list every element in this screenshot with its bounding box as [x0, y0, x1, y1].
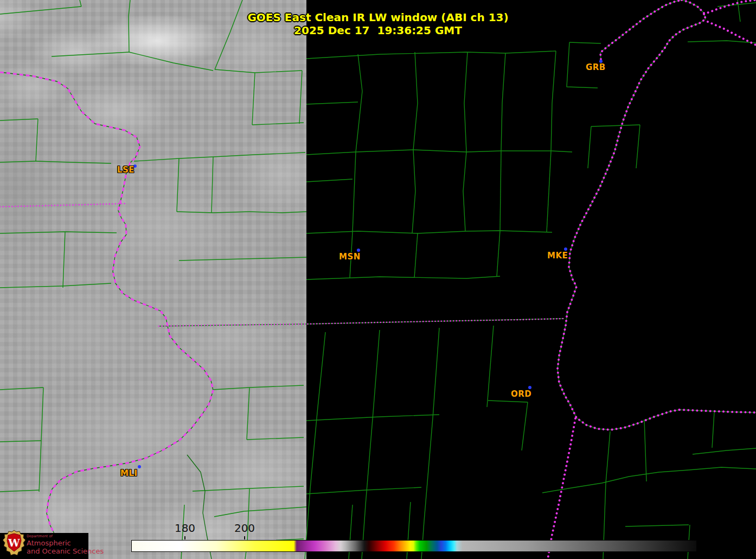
- station-label: LSE: [117, 165, 134, 175]
- colorbar-tick-200: 200: [234, 522, 255, 535]
- station-label: ORD: [511, 389, 531, 399]
- logo-dept-line: Department of: [27, 535, 104, 538]
- product-title: GOES East Clean IR LW window (ABI ch 13): [0, 11, 756, 24]
- colorbar-tick-180: 180: [175, 522, 195, 535]
- logo-line1: Atmospheric: [27, 539, 104, 547]
- satellite-image-view: GOES East Clean IR LW window (ABI ch 13)…: [0, 0, 756, 559]
- county-boundaries-layer: [0, 0, 756, 559]
- station-label: GRB: [586, 62, 606, 72]
- station-dot: [138, 465, 141, 468]
- station-label: MLI: [120, 468, 138, 478]
- logo-text: Department of Atmospheric and Oceanic Sc…: [27, 535, 104, 555]
- state-borders-dotted-magenta: [0, 0, 756, 559]
- uw-crest-logo: W: [2, 530, 26, 559]
- colorbar-tick-mark: [244, 536, 245, 539]
- colorbar-tick-mark: [184, 536, 185, 539]
- colorbar: [131, 540, 697, 552]
- logo-line2: and Oceanic Sciences: [27, 548, 104, 555]
- river-lines-layer: [0, 72, 213, 559]
- station-label: MSN: [339, 252, 361, 262]
- crest-letter: W: [8, 537, 20, 549]
- map-overlay: [0, 0, 756, 559]
- state-border-river-magenta: [0, 72, 213, 559]
- timestamp: 2025 Dec 17 19:36:25 GMT: [0, 24, 756, 37]
- image-header: GOES East Clean IR LW window (ABI ch 13)…: [0, 11, 756, 37]
- station-label: MKE: [547, 251, 568, 261]
